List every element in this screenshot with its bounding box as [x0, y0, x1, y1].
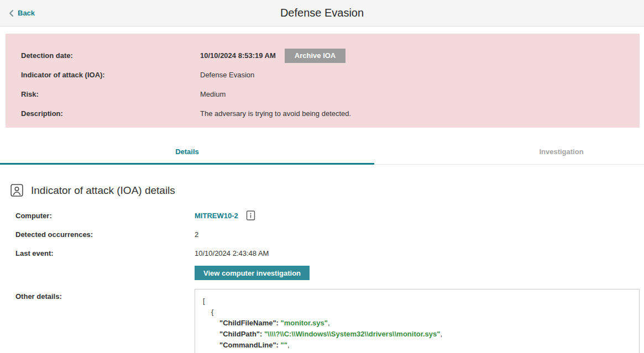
back-label: Back	[18, 9, 35, 17]
description-label: Description:	[21, 109, 200, 118]
occurrences-value: 2	[195, 230, 640, 239]
tab-details[interactable]: Details	[0, 140, 374, 165]
risk-label: Risk:	[21, 90, 200, 98]
other-details-code: [{"ChildFileName": "monitor.sys","ChildP…	[195, 289, 640, 353]
summary-row-ioa: Indicator of attack (IOA): Defense Evasi…	[6, 65, 640, 85]
last-event-label: Last event:	[15, 249, 195, 257]
risk-value: Medium	[200, 90, 640, 98]
tab-bar: Details Investigation	[0, 128, 644, 165]
view-computer-investigation-button[interactable]: View computer investigation	[195, 266, 310, 280]
ioa-details-person-icon	[10, 183, 24, 197]
page-title: Defense Evasion	[0, 7, 644, 19]
section-header: Indicator of attack (IOA) details	[0, 183, 644, 197]
row-occurrences: Detected occurrences: 2	[0, 225, 644, 244]
computer-link[interactable]: MITREW10-2	[195, 212, 238, 220]
archive-ioa-button[interactable]: Archive IOA	[285, 49, 345, 63]
row-last-event: Last event: 10/10/2024 2:43:48 AM	[0, 244, 644, 262]
description-value: The adversary is trying to avoid being d…	[200, 109, 640, 118]
computer-info-icon[interactable]	[246, 210, 256, 221]
summary-panel: Detection date: 10/10/2024 8:53:19 AM Ar…	[6, 34, 640, 128]
row-computer: Computer: MITREW10-2	[0, 206, 644, 225]
back-button[interactable]: Back	[8, 9, 35, 17]
summary-row-risk: Risk: Medium	[6, 85, 640, 104]
summary-row-description: Description: The adversary is trying to …	[6, 104, 640, 123]
ioa-label: Indicator of attack (IOA):	[21, 71, 200, 79]
details-rows: Computer: MITREW10-2 Detected occurrence…	[0, 206, 644, 353]
occurrences-label: Detected occurrences:	[15, 230, 195, 239]
summary-row-detection-date: Detection date: 10/10/2024 8:53:19 AM Ar…	[6, 46, 640, 65]
details-panel: Indicator of attack (IOA) details Comput…	[0, 183, 644, 353]
other-details-label: Other details:	[15, 289, 195, 301]
back-chevron-icon	[8, 9, 15, 17]
last-event-value: 10/10/2024 2:43:48 AM	[195, 249, 640, 257]
ioa-value: Defense Evasion	[200, 71, 640, 79]
tab-investigation[interactable]: Investigation	[374, 140, 644, 165]
detection-date-value: 10/10/2024 8:53:19 AM	[200, 51, 276, 60]
top-bar: Back Defense Evasion	[0, 0, 644, 27]
section-title: Indicator of attack (IOA) details	[31, 185, 175, 197]
row-investigation-button: View computer investigation	[0, 262, 644, 281]
row-other-details: Other details: [{"ChildFileName": "monit…	[0, 289, 644, 353]
detection-date-label: Detection date:	[21, 51, 200, 60]
computer-label: Computer:	[15, 212, 195, 220]
